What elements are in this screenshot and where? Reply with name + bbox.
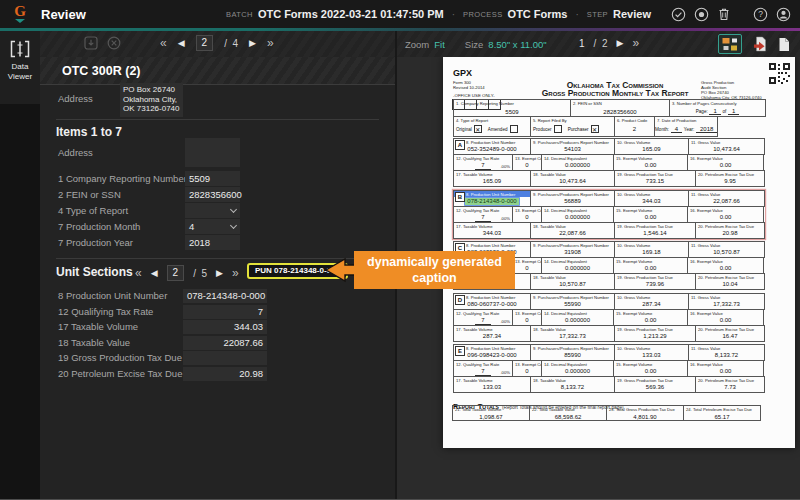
cell-decimal-equivalent: 14. Decimal Equivalent0.000000 [541,309,614,326]
size-value: 8.50" x 11.00" [488,39,546,50]
field-input[interactable]: 22087.66 [183,336,267,350]
qr-code [769,63,790,84]
viewer-last-page-button[interactable]: » [632,36,639,50]
document-pager: « ◀ 2 / 4 ▶ » [160,35,274,51]
audit-address-block: Gross Production Audit Section PO Box 26… [701,80,767,100]
user-icon[interactable] [776,7,791,22]
cell-taxable-value: 18. Taxable Value8,133.72 [530,376,615,393]
totals-cell: 23. Total Gross Production Tax Due4,801.… [606,405,684,421]
cell-gross-volume: 10. Gross Volume344.03 [614,190,689,207]
cell-production-unit-number: E 8. Production Unit Number 096-098423-0… [453,344,531,361]
sidebar-item-data-viewer[interactable]: Data Viewer [0,31,40,104]
field-input[interactable]: 344.03 [183,320,267,334]
field-input[interactable]: 078-214348-0-000 [183,289,267,303]
cell-gross-value: 11. Gross Value10,473.64 [688,138,765,155]
grooper-logo-icon: G [11,5,29,23]
field-value: 5509 [185,171,240,186]
form-field-row: 4 Type of Report [58,203,358,219]
field-input[interactable]: 2828356600 [185,187,240,202]
pdf-export-icon[interactable] [753,36,767,52]
info-row-1: 1. Company Reporting Number5509 2. FEIN … [453,99,766,117]
checkbox-purchaser [591,125,599,133]
batch-value: OTC Forms 2022-03-21 01:47:50 PM [258,8,444,20]
cell-decimal-equivalent: 14. Decimal Equivalent0.000000 [541,257,614,274]
zoom-value[interactable]: Fit [434,39,445,50]
viewer-next-page-button[interactable]: ▶ [616,38,623,48]
section-letter: D [455,295,465,305]
last-page-button[interactable]: » [267,36,274,50]
cell-exempt-value: 16. Exempt Value0.00 [687,257,764,274]
field-label: 19 Gross Production Tax Due [58,351,182,365]
field-label: 7 Production Year [58,235,183,250]
field-input[interactable]: 5509 [185,171,240,186]
form-field-row: 1 Company Reporting Number 5509 [58,171,358,187]
cell-gross-production-tax-due: 19. Gross Production Tax Due1,213.29 [614,325,696,342]
topbar-actions: ? [671,0,791,28]
cell-exempt-volume: 15. Exempt Volume0.00 [613,154,688,171]
field-input[interactable] [185,203,240,218]
batch-label: BATCH [226,10,253,19]
field-input[interactable] [183,351,267,365]
cell-taxable-value: 18. Taxable Value10,473.64 [530,170,615,187]
page-icon[interactable] [778,37,790,52]
app-window: G Review BATCH OTC Forms 2022-03-21 01:4… [0,0,800,500]
cell-report-number: 9. Purchasers/Producers Report Number559… [530,293,615,310]
chevron-down-icon[interactable] [230,206,237,213]
thumbnails-view-icon[interactable] [718,34,742,54]
cell-report-number: 9. Purchasers/Producers Report Number319… [530,241,615,258]
viewer-current-page: 1 [579,38,585,49]
cell-gross-production-tax-due: 19. Gross Production Tax Due739.96 [614,273,696,290]
cell-taxable-value: 18. Taxable Value17,332.73 [530,325,615,342]
field-input[interactable]: 20.98 [183,367,267,381]
next-page-button[interactable]: ▶ [249,38,256,48]
complete-icon[interactable] [671,7,686,22]
batch-meta: BATCH OTC Forms 2022-03-21 01:47:50 PM ·… [226,0,651,28]
document-title: Oklahoma Tax Commission Gross Production… [521,81,709,98]
callout-annotation: dynamically generated caption [354,251,515,289]
field-input[interactable]: 2018 [185,235,240,250]
cell-gross-value: 11. Gross Value8,133.72 [688,344,765,361]
field-input[interactable]: 4 [185,219,240,234]
cell-report-number: 9. Purchasers/Producers Report Number541… [530,138,615,155]
app-title: Review [41,7,86,22]
form-field-row: 2 FEIN or SSN 2828356600 [58,187,358,203]
form-field-row: 12 Qualifying Tax Rate 7 [58,305,358,319]
viewer-toolbar: Zoom Fit Size 8.50" x 11.00" 1 / 2 ▶ » [397,31,800,58]
field-value: 078-214348-0-000 [183,289,267,303]
first-unit-button[interactable]: « [135,266,142,280]
cell-taxable-value: 18. Taxable Value10,570.87 [530,273,615,290]
cell-qualifying-tax-rate: 12. Qualifying Tax Rate7.00% [453,154,513,171]
cell-qualifying-tax-rate: 12. Qualifying Tax Rate7.00% [453,360,513,377]
first-page-button[interactable]: « [160,36,167,50]
field-input[interactable]: 7 [183,305,267,319]
cell-decimal-equivalent: 14. Decimal Equivalent0.000000 [541,360,614,377]
form-section: B 8. Production Unit Number 078-214348-0… [453,190,765,239]
field-input[interactable] [185,138,240,167]
totals-cell: 21. Total Taxable Volume1,098.67 [452,405,530,421]
next-unit-button[interactable]: ▶ [216,268,223,278]
step-value: Review [613,8,651,20]
commit-icon[interactable] [84,36,98,50]
cell-petroleum-excise-tax-due: 20. Petroleum Excise Tax Due10.04 [695,273,765,290]
address-display-value: PO Box 26740 Oklahoma City, OK 73126-074… [120,83,183,117]
field-value: 22087.66 [183,336,267,350]
items-section-header: Items 1 to 7 [56,125,122,139]
cell-exempt-value: 16. Exempt Value0.00 [687,154,764,171]
delete-icon[interactable] [717,7,731,22]
current-page: 2 [196,35,214,51]
prev-unit-button[interactable]: ◀ [151,268,158,278]
last-unit-button[interactable]: » [232,266,239,280]
cell-decimal-equivalent: 14. Decimal Equivalent0.000000 [541,206,614,223]
cell-taxable-value: 18. Taxable Value22,087.66 [530,222,615,239]
form-field-row: 7 Production Year 2018 [58,235,358,251]
prev-page-button[interactable]: ◀ [178,38,185,48]
checkbox-producer [554,125,562,133]
help-icon[interactable]: ? [753,7,768,22]
stop-icon[interactable] [694,7,709,22]
cell-production-unit-number: A 8. Production Unit Number 052-352489-0… [453,138,531,155]
form-field-row: 17 Taxable Volume 344.03 [58,320,358,334]
top-bar: G Review BATCH OTC Forms 2022-03-21 01:4… [0,0,800,28]
cell-qualifying-tax-rate: 12. Qualifying Tax Rate7.00% [453,206,513,223]
field-value: 7 [183,305,267,319]
cancel-icon[interactable] [107,36,121,50]
